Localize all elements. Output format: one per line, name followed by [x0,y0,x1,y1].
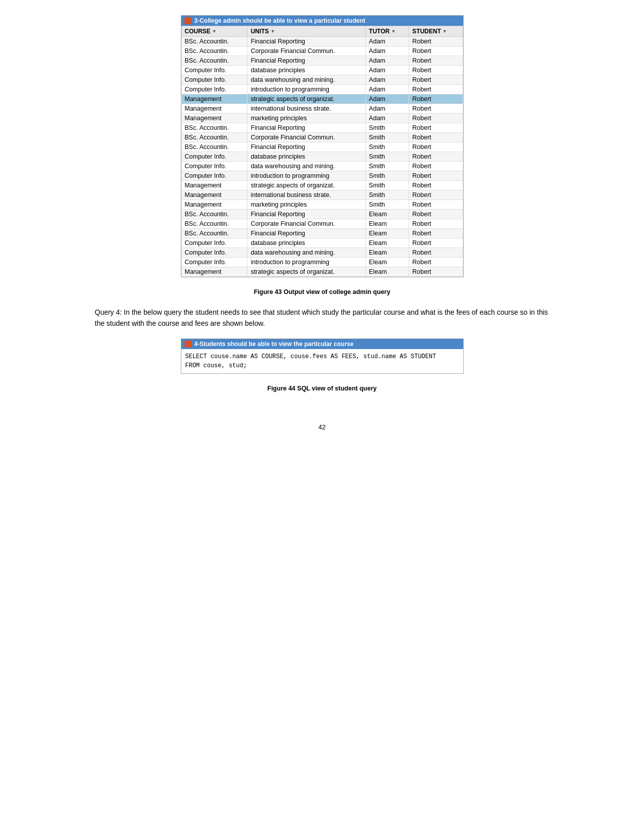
cell-student: Robert [409,123,463,133]
cell-student: Robert [409,75,463,85]
cell-student: Robert [409,94,463,104]
cell-course: Computer Info. [181,248,247,258]
cell-tutor: Adam [366,46,409,56]
table-row: Computer Info.database principlesSmithRo… [181,152,463,162]
cell-student: Robert [409,238,463,248]
cell-student: Robert [409,66,463,75]
cell-units: marketing principles [247,114,366,123]
cell-tutor: Adam [366,94,409,104]
cell-tutor: Smith [366,162,409,171]
table-row: Computer Info.data warehousing and minin… [181,162,463,171]
cell-student: Robert [409,133,463,142]
table-row: Managementmarketing principlesAdamRobert [181,114,463,123]
sql-query-window: 4-Students should be able to view the pa… [181,338,464,374]
table-row: BSc. Accountin.Corporate Financial Commu… [181,133,463,142]
cell-tutor: Adam [366,85,409,94]
cell-course: BSc. Accountin. [181,37,247,46]
cell-student: Robert [409,229,463,238]
cell-units: strategic aspects of organizat. [247,267,366,277]
cell-course: BSc. Accountin. [181,123,247,133]
cell-course: Computer Info. [181,75,247,85]
cell-tutor: Eleam [366,210,409,219]
titlebar-2: 4-Students should be able to view the pa… [181,339,463,349]
sort-arrow-units: ▼ [270,29,275,34]
cell-tutor: Smith [366,133,409,142]
table-row: BSc. Accountin.Financial ReportingAdamRo… [181,56,463,66]
cell-student: Robert [409,181,463,190]
cell-student: Robert [409,85,463,94]
cell-tutor: Smith [366,142,409,152]
cell-student: Robert [409,219,463,229]
cell-units: strategic aspects of organizat. [247,94,366,104]
titlebar-icon-1 [184,17,191,24]
cell-tutor: Smith [366,152,409,162]
cell-units: database principles [247,152,366,162]
cell-units: Financial Reporting [247,229,366,238]
cell-course: Management [181,181,247,190]
cell-units: introduction to programming [247,85,366,94]
col-course[interactable]: COURSE ▼ [181,26,247,37]
table-row: Computer Info.introduction to programmin… [181,85,463,94]
cell-tutor: Adam [366,56,409,66]
cell-units: Corporate Financial Commun. [247,46,366,56]
table-row: BSc. Accountin.Corporate Financial Commu… [181,46,463,56]
cell-tutor: Eleam [366,219,409,229]
page-number: 42 [318,423,325,431]
cell-course: BSc. Accountin. [181,46,247,56]
titlebar-title-1: 3-College admin should be able to view a… [194,17,366,24]
admin-query-table: COURSE ▼ UNITS ▼ TUTOR ▼ [181,26,463,277]
cell-student: Robert [409,37,463,46]
table-row: Computer Info.data warehousing and minin… [181,248,463,258]
cell-course: BSc. Accountin. [181,210,247,219]
query4-description: Query 4: In the below query the student … [95,307,550,329]
table-header-row: COURSE ▼ UNITS ▼ TUTOR ▼ [181,26,463,37]
table-row: Managementinternational business strate.… [181,104,463,114]
cell-units: marketing principles [247,200,366,210]
cell-units: international business strate. [247,104,366,114]
col-student[interactable]: STUDENT ▼ [409,26,463,37]
cell-tutor: Eleam [366,229,409,238]
cell-course: Computer Info. [181,85,247,94]
cell-units: introduction to programming [247,171,366,181]
cell-student: Robert [409,152,463,162]
table-row: Managementinternational business strate.… [181,190,463,200]
cell-units: Corporate Financial Commun. [247,133,366,142]
cell-units: Corporate Financial Commun. [247,219,366,229]
cell-tutor: Adam [366,75,409,85]
admin-table-body: BSc. Accountin.Financial ReportingAdamRo… [181,37,463,277]
cell-student: Robert [409,162,463,171]
cell-course: Computer Info. [181,162,247,171]
cell-units: data warehousing and mining. [247,248,366,258]
cell-units: Financial Reporting [247,123,366,133]
cell-course: BSc. Accountin. [181,133,247,142]
cell-student: Robert [409,200,463,210]
col-tutor[interactable]: TUTOR ▼ [366,26,409,37]
table-row: BSc. Accountin.Financial ReportingSmithR… [181,123,463,133]
cell-tutor: Smith [366,181,409,190]
cell-tutor: Adam [366,104,409,114]
cell-units: data warehousing and mining. [247,75,366,85]
table-row: Computer Info.data warehousing and minin… [181,75,463,85]
cell-course: Management [181,267,247,277]
sort-arrow-tutor: ▼ [391,29,395,34]
table-row: BSc. Accountin.Corporate Financial Commu… [181,219,463,229]
sql-code: SELECT couse.name AS COURSE, couse.fees … [181,349,463,373]
table-row: BSc. Accountin.Financial ReportingAdamRo… [181,37,463,46]
table-row: BSc. Accountin.Financial ReportingEleamR… [181,210,463,219]
cell-student: Robert [409,114,463,123]
cell-tutor: Smith [366,171,409,181]
cell-student: Robert [409,142,463,152]
cell-tutor: Adam [366,114,409,123]
cell-student: Robert [409,104,463,114]
cell-course: BSc. Accountin. [181,142,247,152]
sort-arrow-student: ▼ [442,29,447,34]
col-units[interactable]: UNITS ▼ [247,26,366,37]
table-row: Managementstrategic aspects of organizat… [181,94,463,104]
college-admin-query-window: 3-College admin should be able to view a… [181,15,464,277]
table-row: Managementstrategic aspects of organizat… [181,267,463,277]
cell-student: Robert [409,210,463,219]
cell-units: strategic aspects of organizat. [247,181,366,190]
cell-course: Management [181,94,247,104]
cell-units: Financial Reporting [247,142,366,152]
table-row: BSc. Accountin.Financial ReportingEleamR… [181,229,463,238]
